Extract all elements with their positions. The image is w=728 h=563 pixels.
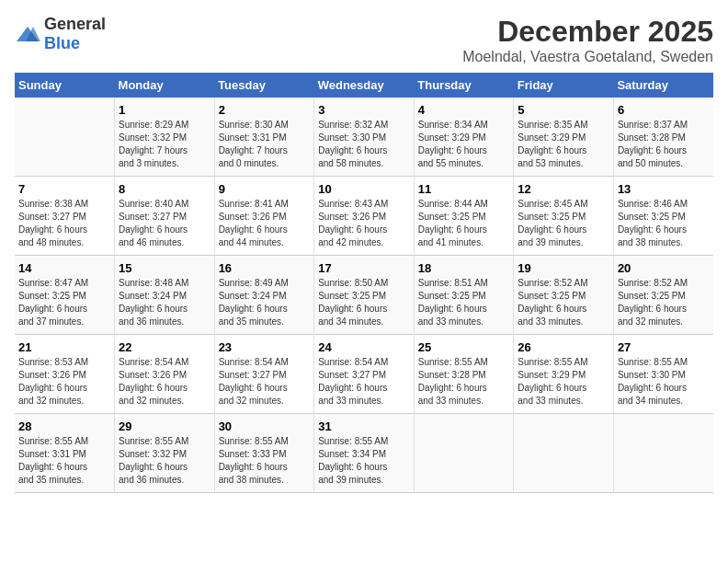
logo-text: General Blue <box>44 15 106 53</box>
day-number: 3 <box>318 103 410 117</box>
day-info: Sunrise: 8:35 AM Sunset: 3:29 PM Dayligh… <box>518 119 609 170</box>
logo-icon <box>15 25 40 43</box>
day-number: 1 <box>119 103 210 117</box>
day-info: Sunrise: 8:48 AM Sunset: 3:24 PM Dayligh… <box>119 277 210 328</box>
calendar-cell: 1Sunrise: 8:29 AM Sunset: 3:32 PM Daylig… <box>115 98 215 177</box>
calendar-week-row: 28Sunrise: 8:55 AM Sunset: 3:31 PM Dayli… <box>15 414 713 493</box>
day-number: 31 <box>318 419 410 433</box>
day-info: Sunrise: 8:30 AM Sunset: 3:31 PM Dayligh… <box>219 119 311 170</box>
day-info: Sunrise: 8:54 AM Sunset: 3:27 PM Dayligh… <box>219 356 311 408</box>
day-number: 16 <box>219 261 311 275</box>
calendar-cell <box>514 414 614 493</box>
calendar-cell: 7Sunrise: 8:38 AM Sunset: 3:27 PM Daylig… <box>15 177 115 256</box>
calendar-cell: 5Sunrise: 8:35 AM Sunset: 3:29 PM Daylig… <box>514 98 614 177</box>
day-info: Sunrise: 8:49 AM Sunset: 3:24 PM Dayligh… <box>219 277 311 328</box>
day-info: Sunrise: 8:44 AM Sunset: 3:25 PM Dayligh… <box>418 198 510 249</box>
day-number: 18 <box>418 261 510 275</box>
calendar-cell: 24Sunrise: 8:54 AM Sunset: 3:27 PM Dayli… <box>314 335 415 414</box>
calendar-week-row: 14Sunrise: 8:47 AM Sunset: 3:25 PM Dayli… <box>15 256 713 335</box>
calendar-cell: 22Sunrise: 8:54 AM Sunset: 3:26 PM Dayli… <box>115 335 215 414</box>
day-info: Sunrise: 8:55 AM Sunset: 3:31 PM Dayligh… <box>18 435 110 487</box>
weekday-header: Wednesday <box>314 73 415 98</box>
day-number: 17 <box>318 261 410 275</box>
calendar-cell: 6Sunrise: 8:37 AM Sunset: 3:28 PM Daylig… <box>613 98 713 177</box>
weekday-header: Tuesday <box>214 73 314 98</box>
logo: General Blue <box>15 15 106 53</box>
calendar-cell: 18Sunrise: 8:51 AM Sunset: 3:25 PM Dayli… <box>414 256 514 335</box>
day-info: Sunrise: 8:40 AM Sunset: 3:27 PM Dayligh… <box>119 198 210 249</box>
day-number: 22 <box>119 340 210 354</box>
calendar-cell: 28Sunrise: 8:55 AM Sunset: 3:31 PM Dayli… <box>15 414 115 493</box>
calendar-cell: 19Sunrise: 8:52 AM Sunset: 3:25 PM Dayli… <box>514 256 614 335</box>
weekday-header: Friday <box>514 73 614 98</box>
calendar-cell: 23Sunrise: 8:54 AM Sunset: 3:27 PM Dayli… <box>214 335 314 414</box>
day-info: Sunrise: 8:55 AM Sunset: 3:34 PM Dayligh… <box>318 435 410 487</box>
logo-blue: Blue <box>44 34 80 52</box>
calendar-cell: 27Sunrise: 8:55 AM Sunset: 3:30 PM Dayli… <box>613 335 713 414</box>
calendar-cell: 4Sunrise: 8:34 AM Sunset: 3:29 PM Daylig… <box>414 98 514 177</box>
calendar-cell: 11Sunrise: 8:44 AM Sunset: 3:25 PM Dayli… <box>414 177 514 256</box>
weekday-header: Sunday <box>15 73 115 98</box>
day-number: 4 <box>418 103 510 117</box>
day-number: 14 <box>18 261 110 275</box>
page-subtitle: Moelndal, Vaestra Goetaland, Sweden <box>462 49 713 65</box>
calendar-cell: 15Sunrise: 8:48 AM Sunset: 3:24 PM Dayli… <box>115 256 215 335</box>
calendar-cell: 25Sunrise: 8:55 AM Sunset: 3:28 PM Dayli… <box>414 335 514 414</box>
calendar-cell <box>414 414 514 493</box>
page-header: General Blue December 2025 Moelndal, Vae… <box>15 15 713 65</box>
calendar-cell: 3Sunrise: 8:32 AM Sunset: 3:30 PM Daylig… <box>314 98 415 177</box>
calendar-cell: 13Sunrise: 8:46 AM Sunset: 3:25 PM Dayli… <box>613 177 713 256</box>
calendar-cell: 9Sunrise: 8:41 AM Sunset: 3:26 PM Daylig… <box>214 177 314 256</box>
weekday-header-row: SundayMondayTuesdayWednesdayThursdayFrid… <box>15 73 713 98</box>
calendar-week-row: 21Sunrise: 8:53 AM Sunset: 3:26 PM Dayli… <box>15 335 713 414</box>
day-info: Sunrise: 8:54 AM Sunset: 3:27 PM Dayligh… <box>318 356 410 408</box>
page-title: December 2025 <box>462 15 713 49</box>
day-number: 24 <box>318 340 410 354</box>
day-number: 25 <box>418 340 510 354</box>
calendar-cell <box>613 414 713 493</box>
day-number: 26 <box>518 340 609 354</box>
day-info: Sunrise: 8:55 AM Sunset: 3:32 PM Dayligh… <box>119 435 210 487</box>
day-info: Sunrise: 8:32 AM Sunset: 3:30 PM Dayligh… <box>318 119 410 170</box>
calendar-cell: 20Sunrise: 8:52 AM Sunset: 3:25 PM Dayli… <box>613 256 713 335</box>
calendar-cell: 16Sunrise: 8:49 AM Sunset: 3:24 PM Dayli… <box>214 256 314 335</box>
day-info: Sunrise: 8:29 AM Sunset: 3:32 PM Dayligh… <box>119 119 210 170</box>
day-info: Sunrise: 8:51 AM Sunset: 3:25 PM Dayligh… <box>418 277 510 328</box>
day-info: Sunrise: 8:55 AM Sunset: 3:30 PM Dayligh… <box>618 356 710 408</box>
day-number: 15 <box>119 261 210 275</box>
day-info: Sunrise: 8:46 AM Sunset: 3:25 PM Dayligh… <box>618 198 710 249</box>
calendar-cell: 17Sunrise: 8:50 AM Sunset: 3:25 PM Dayli… <box>314 256 415 335</box>
weekday-header: Thursday <box>414 73 514 98</box>
day-number: 5 <box>518 103 609 117</box>
day-info: Sunrise: 8:52 AM Sunset: 3:25 PM Dayligh… <box>618 277 710 328</box>
calendar-cell: 10Sunrise: 8:43 AM Sunset: 3:26 PM Dayli… <box>314 177 415 256</box>
day-info: Sunrise: 8:54 AM Sunset: 3:26 PM Dayligh… <box>119 356 210 408</box>
weekday-header: Saturday <box>613 73 713 98</box>
day-info: Sunrise: 8:47 AM Sunset: 3:25 PM Dayligh… <box>18 277 110 328</box>
day-info: Sunrise: 8:43 AM Sunset: 3:26 PM Dayligh… <box>318 198 410 249</box>
calendar-cell: 12Sunrise: 8:45 AM Sunset: 3:25 PM Dayli… <box>514 177 614 256</box>
day-number: 20 <box>618 261 710 275</box>
calendar-cell: 31Sunrise: 8:55 AM Sunset: 3:34 PM Dayli… <box>314 414 415 493</box>
calendar-cell <box>15 98 115 177</box>
logo-general: General <box>44 15 106 33</box>
day-info: Sunrise: 8:50 AM Sunset: 3:25 PM Dayligh… <box>318 277 410 328</box>
calendar-week-row: 1Sunrise: 8:29 AM Sunset: 3:32 PM Daylig… <box>15 98 713 177</box>
day-number: 13 <box>618 182 710 196</box>
day-number: 30 <box>219 419 311 433</box>
day-number: 2 <box>219 103 311 117</box>
calendar-week-row: 7Sunrise: 8:38 AM Sunset: 3:27 PM Daylig… <box>15 177 713 256</box>
calendar-cell: 8Sunrise: 8:40 AM Sunset: 3:27 PM Daylig… <box>115 177 215 256</box>
day-info: Sunrise: 8:38 AM Sunset: 3:27 PM Dayligh… <box>18 198 110 249</box>
calendar-cell: 26Sunrise: 8:55 AM Sunset: 3:29 PM Dayli… <box>514 335 614 414</box>
day-number: 7 <box>18 182 110 196</box>
day-number: 23 <box>219 340 311 354</box>
day-info: Sunrise: 8:55 AM Sunset: 3:28 PM Dayligh… <box>418 356 510 408</box>
calendar-table: SundayMondayTuesdayWednesdayThursdayFrid… <box>15 73 713 493</box>
day-info: Sunrise: 8:55 AM Sunset: 3:33 PM Dayligh… <box>219 435 311 487</box>
weekday-header: Monday <box>115 73 215 98</box>
day-info: Sunrise: 8:34 AM Sunset: 3:29 PM Dayligh… <box>418 119 510 170</box>
day-info: Sunrise: 8:53 AM Sunset: 3:26 PM Dayligh… <box>18 356 110 408</box>
day-number: 21 <box>18 340 110 354</box>
day-number: 27 <box>618 340 710 354</box>
